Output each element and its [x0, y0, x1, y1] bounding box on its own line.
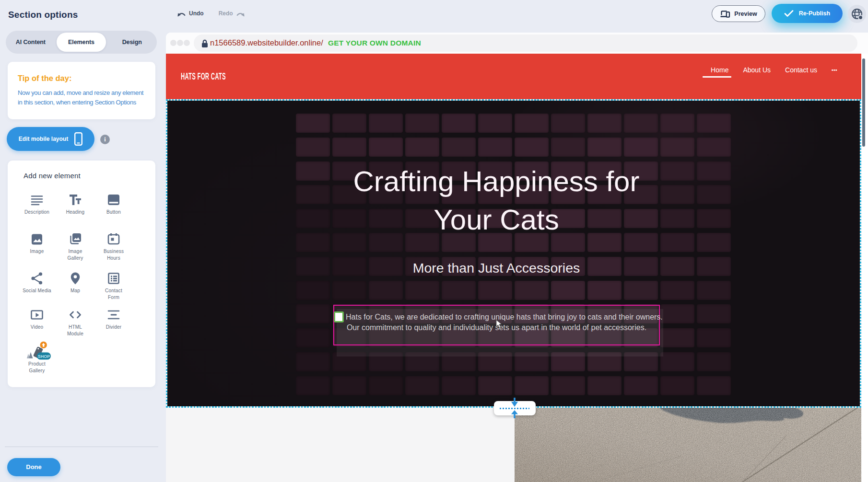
svg-text:SHOP: SHOP: [38, 354, 50, 359]
